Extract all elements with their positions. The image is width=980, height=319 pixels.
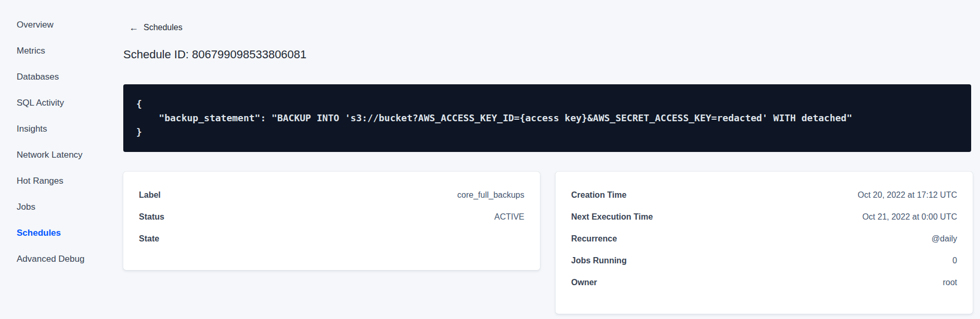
sidebar-item-hot-ranges[interactable]: Hot Ranges bbox=[17, 168, 105, 194]
row-value: @daily bbox=[932, 234, 957, 244]
summary-row-next-execution-time: Next Execution Time Oct 21, 2022 at 0:00… bbox=[571, 206, 957, 228]
row-value: 0 bbox=[952, 256, 957, 265]
row-label: Owner bbox=[571, 278, 597, 287]
row-label: Creation Time bbox=[571, 190, 626, 200]
summary-row-state: State bbox=[139, 228, 524, 250]
row-value: Oct 21, 2022 at 0:00 UTC bbox=[862, 212, 957, 222]
sidebar-nav: Overview Metrics Databases SQL Activity … bbox=[17, 12, 105, 272]
schedule-summary-card: Label core_full_backups Status ACTIVE St… bbox=[123, 172, 540, 270]
summary-row-recurrence: Recurrence @daily bbox=[571, 228, 957, 250]
back-arrow-icon: ← bbox=[129, 23, 138, 32]
row-label: Next Execution Time bbox=[571, 212, 653, 222]
summary-row-label: Label core_full_backups bbox=[139, 184, 524, 206]
sidebar-item-schedules[interactable]: Schedules bbox=[17, 220, 105, 246]
summary-row-creation-time: Creation Time Oct 20, 2022 at 17:12 UTC bbox=[571, 184, 957, 206]
code-line: } bbox=[136, 125, 958, 139]
sidebar-item-metrics[interactable]: Metrics bbox=[17, 38, 105, 64]
row-label: Label bbox=[139, 190, 161, 200]
row-value: Oct 20, 2022 at 17:12 UTC bbox=[858, 190, 957, 200]
back-link-label: Schedules bbox=[144, 23, 183, 32]
summary-row-owner: Owner root bbox=[571, 272, 957, 294]
sidebar-item-advanced-debug[interactable]: Advanced Debug bbox=[17, 246, 105, 272]
schedule-details-page: Overview Metrics Databases SQL Activity … bbox=[0, 0, 980, 319]
sidebar-item-jobs[interactable]: Jobs bbox=[17, 194, 105, 220]
back-to-schedules-link[interactable]: ← Schedules bbox=[129, 22, 183, 33]
page-title: Schedule ID: 806799098533806081 bbox=[123, 47, 306, 62]
row-value: ACTIVE bbox=[494, 212, 524, 222]
summary-row-status: Status ACTIVE bbox=[139, 206, 524, 228]
sidebar-item-sql-activity[interactable]: SQL Activity bbox=[17, 90, 105, 116]
row-value: core_full_backups bbox=[457, 190, 524, 200]
row-value: root bbox=[943, 278, 957, 287]
sidebar-item-overview[interactable]: Overview bbox=[17, 12, 105, 38]
row-label: State bbox=[139, 234, 159, 244]
sidebar-item-network-latency[interactable]: Network Latency bbox=[17, 142, 105, 168]
row-label: Jobs Running bbox=[571, 256, 627, 265]
schedule-timing-card: Creation Time Oct 20, 2022 at 17:12 UTC … bbox=[556, 172, 973, 314]
sidebar-item-databases[interactable]: Databases bbox=[17, 64, 105, 90]
row-label: Recurrence bbox=[571, 234, 617, 244]
code-line: "backup_statement": "BACKUP INTO 's3://b… bbox=[136, 111, 958, 125]
row-label: Status bbox=[139, 212, 164, 222]
code-line: { bbox=[136, 97, 958, 111]
summary-row-jobs-running: Jobs Running 0 bbox=[571, 250, 957, 272]
sidebar-item-insights[interactable]: Insights bbox=[17, 116, 105, 142]
backup-statement-code-block: { "backup_statement": "BACKUP INTO 's3:/… bbox=[123, 84, 971, 152]
